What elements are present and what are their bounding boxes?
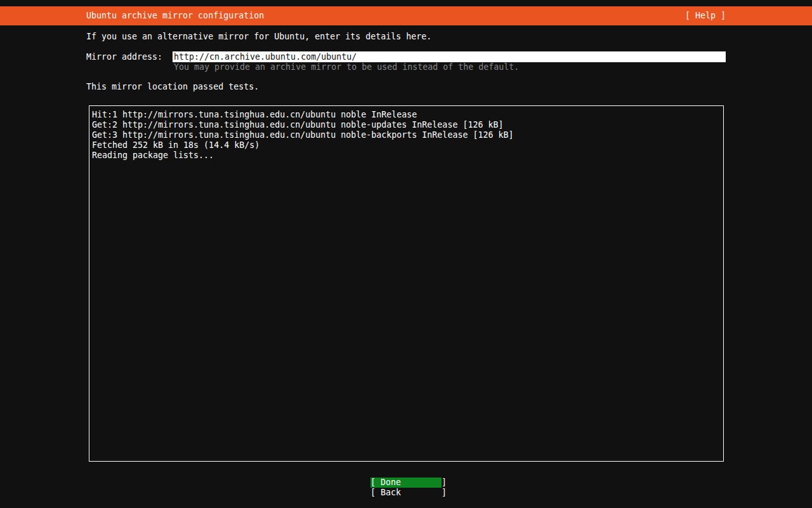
- mirror-help-text: You may provide an archive mirror to be …: [174, 62, 519, 72]
- log-line: Get:3 http://mirrors.tuna.tsinghua.edu.c…: [92, 130, 721, 140]
- intro-text: If you use an alternative mirror for Ubu…: [86, 32, 431, 42]
- page-title: Ubuntu archive mirror configuration: [86, 11, 264, 21]
- back-button[interactable]: [ Back ]: [370, 488, 442, 498]
- mirror-address-label: Mirror address:: [86, 52, 162, 62]
- log-line: Get:2 http://mirrors.tuna.tsinghua.edu.c…: [92, 120, 721, 130]
- mirror-address-input[interactable]: [173, 51, 726, 62]
- mirror-test-log-box: Hit:1 http://mirrors.tuna.tsinghua.edu.c…: [89, 105, 724, 462]
- help-button[interactable]: [ Help ]: [685, 11, 726, 21]
- log-line: Reading package lists...: [92, 150, 721, 161]
- done-button[interactable]: [ Done ]: [370, 478, 442, 488]
- title-bar: Ubuntu archive mirror configuration [ He…: [0, 6, 812, 25]
- mirror-status-text: This mirror location passed tests.: [86, 82, 259, 92]
- log-line: Hit:1 http://mirrors.tuna.tsinghua.edu.c…: [92, 110, 721, 120]
- log-line: Fetched 252 kB in 18s (14.4 kB/s): [92, 140, 721, 150]
